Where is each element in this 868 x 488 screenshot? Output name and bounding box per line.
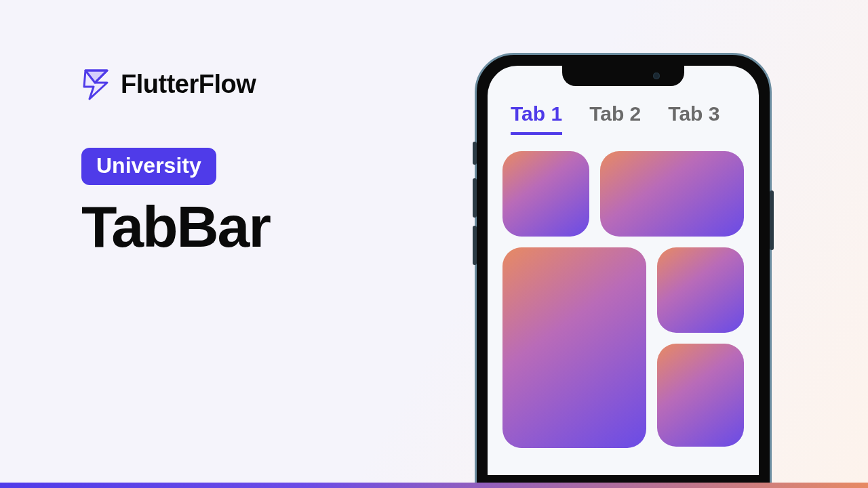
university-badge: University xyxy=(81,148,216,185)
tab-2[interactable]: Tab 2 xyxy=(589,102,641,135)
card-side-col xyxy=(657,247,744,448)
tabbar: Tab 1 Tab 2 Tab 3 xyxy=(488,102,759,135)
phone-notch xyxy=(562,66,684,86)
bottom-gradient-strip xyxy=(0,483,868,488)
phone-power-button xyxy=(770,190,774,250)
tab-3[interactable]: Tab 3 xyxy=(668,102,719,135)
flutterflow-logo-icon xyxy=(81,68,111,100)
phone-volume-down xyxy=(473,226,477,265)
left-column: FlutterFlow University TabBar xyxy=(81,68,434,257)
card-wide-1 xyxy=(600,151,744,237)
card-row-2 xyxy=(502,247,744,448)
phone-volume-up xyxy=(473,178,477,218)
brand-lockup: FlutterFlow xyxy=(81,68,434,100)
page-title: TabBar xyxy=(81,196,434,257)
card-big-1 xyxy=(502,247,646,448)
card-grid xyxy=(488,151,759,475)
card-small-2 xyxy=(657,247,744,333)
phone-mock-wrap: Tab 1 Tab 2 Tab 3 xyxy=(475,53,772,488)
phone-frame: Tab 1 Tab 2 Tab 3 xyxy=(475,53,772,488)
phone-screen: Tab 1 Tab 2 Tab 3 xyxy=(488,66,759,475)
card-row-1 xyxy=(502,151,744,237)
tab-1[interactable]: Tab 1 xyxy=(511,102,562,135)
phone-mute-switch xyxy=(473,142,477,165)
thumbnail-canvas: FlutterFlow University TabBar Tab 1 Tab … xyxy=(0,0,868,488)
card-small-3 xyxy=(657,344,744,447)
card-small-1 xyxy=(502,151,589,237)
brand-name: FlutterFlow xyxy=(121,70,256,99)
